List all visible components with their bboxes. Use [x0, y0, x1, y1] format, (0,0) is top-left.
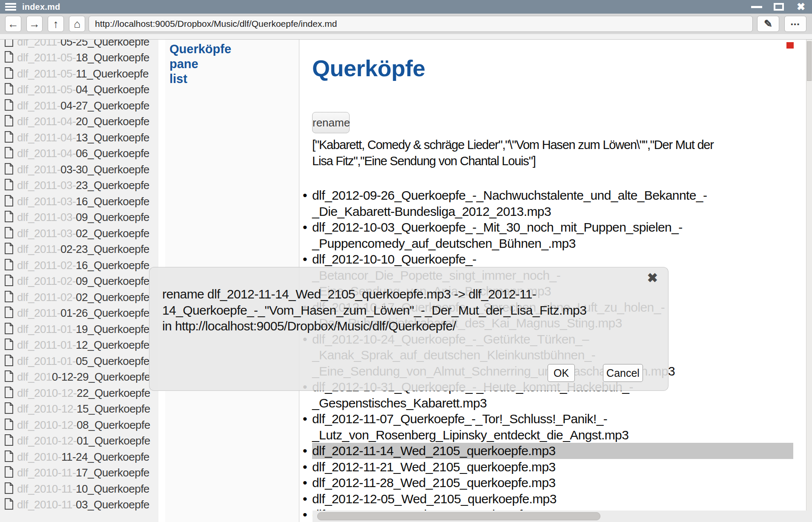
more-button[interactable]: ▪▪▪	[784, 16, 806, 32]
file-name: 18_Querkoepfe	[76, 51, 149, 64]
sidebar-file-item[interactable]: dlf_2010-12-08_Querkoepfe	[4, 417, 150, 433]
page-title: Querköpfe	[312, 55, 425, 81]
file-icon	[4, 147, 13, 160]
file-name: 08_Querkoepfe	[77, 419, 150, 431]
sidebar-file-item[interactable]: dlf_2011-02-09_Querkoepfe	[4, 273, 149, 290]
close-icon: ✖	[797, 2, 805, 12]
vertical-scrollbar[interactable]	[806, 40, 812, 522]
sidebar-file-item[interactable]: dlf_2010-12-01_Querkoepfe	[4, 433, 150, 449]
sidebar-file-item[interactable]: dlf_2010-11-24_Querkoepfe	[4, 449, 149, 465]
close-button[interactable]: ✖	[790, 0, 812, 14]
sidebar-file-item[interactable]: dlf_2011-05-11_Querkoepfe	[4, 66, 149, 82]
sidebar-file-item[interactable]: dlf_2011-02-16_Querkoepfe	[4, 257, 149, 273]
file-name-prefix: dlf_2011-03-	[17, 211, 76, 224]
file-icon	[4, 387, 13, 400]
title-bar: index.md ✖	[0, 0, 812, 14]
file-icon	[4, 243, 13, 256]
sidebar-file-item[interactable]: dlf_2011-01-05_Querkoepfe	[4, 353, 149, 369]
forward-button[interactable]: →	[26, 16, 43, 32]
horizontal-scrollbar-thumb[interactable]	[317, 512, 600, 520]
file-name-prefix: dlf_2011-01-	[17, 323, 76, 336]
sidebar-file-item[interactable]: dlf_2011-04-27_Querkoepfe	[4, 98, 149, 114]
nav-link-pane[interactable]: pane	[169, 57, 198, 71]
file-name: 15_Querkoepfe	[77, 402, 150, 415]
sidebar-file-item[interactable]: dlf_2011-02-02_Querkoepfe	[4, 289, 149, 305]
sidebar-file-item[interactable]: dlf_2010-12-15_Querkoepfe	[4, 401, 150, 417]
sidebar-file-item[interactable]: dlf_2011-05-25_Querkoepfe	[4, 40, 149, 50]
sidebar-file-item[interactable]: dlf_2011-03-23_Querkoepfe	[4, 178, 149, 194]
mp3-list-item[interactable]: dlf_2012-11-21_Wed_2105_querkoepfe.mp3	[312, 459, 793, 475]
home-button[interactable]: ⌂	[69, 16, 85, 32]
file-name: 13_Querkoepfe	[76, 131, 149, 144]
file-icon	[4, 323, 13, 336]
sidebar-file-item[interactable]: dlf_2011-01-26_Querkoepfe	[4, 305, 149, 321]
menu-icon[interactable]	[5, 3, 16, 11]
maximize-button[interactable]	[768, 0, 790, 14]
up-button[interactable]: ↑	[48, 16, 64, 32]
file-name: 22_Querkoepfe	[77, 387, 150, 399]
file-icon	[4, 51, 13, 64]
rename-button[interactable]: rename	[312, 112, 350, 133]
file-icon	[4, 450, 13, 464]
sidebar-file-item[interactable]: dlf_2010-11-17_Querkoepfe	[4, 465, 149, 481]
sidebar-file-item[interactable]: dlf_2011-01-12_Querkoepfe	[4, 337, 149, 353]
cancel-button[interactable]: Cancel	[603, 364, 643, 382]
horizontal-scrollbar[interactable]	[313, 511, 812, 522]
sidebar-file-item[interactable]: dlf_2011-03-16_Querkoepfe	[4, 193, 149, 209]
file-icon	[4, 227, 13, 240]
nav-link-querköpfe[interactable]: Querköpfe	[169, 42, 231, 56]
mp3-list-item[interactable]: dlf_2012-12-05_Wed_2105_querkoepfe.mp3	[312, 491, 793, 507]
file-name: 0-12-29_Querkoepfe	[52, 370, 150, 383]
mp3-list-item[interactable]: dlf_2012-09-26_Querkoepfe_-_Nachwuchstal…	[312, 187, 793, 219]
vertical-scrollbar-thumb[interactable]	[807, 41, 812, 81]
pencil-icon: ✎	[764, 18, 772, 30]
toolbar-divider	[0, 34, 812, 40]
mp3-list-item[interactable]: dlf_2012-11-14_Wed_2105_querkoepfe.mp3	[312, 443, 793, 459]
sidebar-file-item[interactable]: dlf_2010-12-29_Querkoepfe	[4, 369, 150, 385]
sidebar-file-item[interactable]: dlf_2011-03-09_Querkoepfe	[4, 209, 149, 226]
file-name-prefix: dlf_2010-12-	[17, 387, 77, 399]
mp3-list-item[interactable]: dlf_2012-11-28_Wed_2105_querkoepfe.mp3	[312, 475, 793, 491]
sidebar-file-item[interactable]: dlf_2011-04-06_Querkoepfe	[4, 146, 149, 162]
sidebar-file-item[interactable]: dlf_2011-03-30_Querkoepfe	[4, 161, 149, 178]
sidebar-file-item[interactable]: dlf_2011-04-13_Querkoepfe	[4, 129, 149, 146]
url-input[interactable]	[89, 16, 753, 32]
file-name: 11-24_Querkoepfe	[61, 450, 149, 463]
nav-link-list[interactable]: list	[169, 72, 187, 86]
sidebar-file-item[interactable]: dlf_2010-12-22_Querkoepfe	[4, 385, 150, 401]
file-name: 02_Querkoepfe	[76, 227, 149, 240]
file-icon	[4, 307, 13, 320]
file-name: 02_Querkoepfe	[76, 291, 149, 304]
sidebar-file-item[interactable]: dlf_2011-04-20_Querkoepfe	[4, 114, 149, 130]
back-arrow-icon: ←	[8, 17, 19, 31]
sidebar-file-item[interactable]: dlf_2010-11-03_Querkoepfe	[4, 497, 149, 513]
file-name-prefix: dlf_201	[17, 370, 52, 383]
file-name: 02-23_Querkoepfe	[60, 243, 149, 255]
file-icon	[4, 275, 13, 288]
mp3-file-name-line: _Gespenstisches_Kabarett.mp3	[312, 395, 793, 411]
edit-button[interactable]: ✎	[757, 16, 779, 32]
file-name-prefix: dlf_2010-11-	[17, 498, 76, 511]
file-name-prefix: dlf_2011-	[17, 243, 60, 255]
file-name-prefix: dlf_2010-12-	[17, 434, 77, 447]
ok-button[interactable]: OK	[548, 364, 575, 382]
sidebar-file-item[interactable]: dlf_2011-05-04_Querkoepfe	[4, 82, 149, 98]
back-button[interactable]: ←	[5, 16, 21, 32]
file-icon	[4, 195, 13, 208]
mp3-list-item[interactable]: dlf_2012-10-03_Querkoepfe_-_Mit_30_noch_…	[312, 219, 793, 251]
file-icon	[4, 466, 13, 479]
sidebar-file-item[interactable]: dlf_2011-05-18_Querkoepfe	[4, 50, 149, 66]
mp3-list-item[interactable]: dlf_2012-11-07_Querkoepfe_-_Tor!_Schluss…	[312, 411, 793, 443]
file-icon	[4, 419, 13, 432]
forward-arrow-icon: →	[29, 17, 40, 31]
sidebar-file-item[interactable]: dlf_2011-01-19_Querkoepfe	[4, 321, 149, 337]
file-name-prefix: dlf_2011-02-	[17, 259, 76, 272]
sidebar-file-item[interactable]: dlf_2010-11-10_Querkoepfe	[4, 481, 149, 497]
dialog-close-icon[interactable]: ✖	[647, 272, 658, 284]
sidebar-file-item[interactable]: dlf_2011-02-23_Querkoepfe	[4, 241, 149, 258]
minimize-button[interactable]	[746, 0, 768, 14]
file-icon	[4, 291, 13, 304]
file-name-prefix: dlf_2011-05-	[17, 83, 76, 96]
sidebar-file-item[interactable]: dlf_2011-03-02_Querkoepfe	[4, 225, 149, 241]
file-name: 01-26_Querkoepfe	[60, 307, 149, 319]
